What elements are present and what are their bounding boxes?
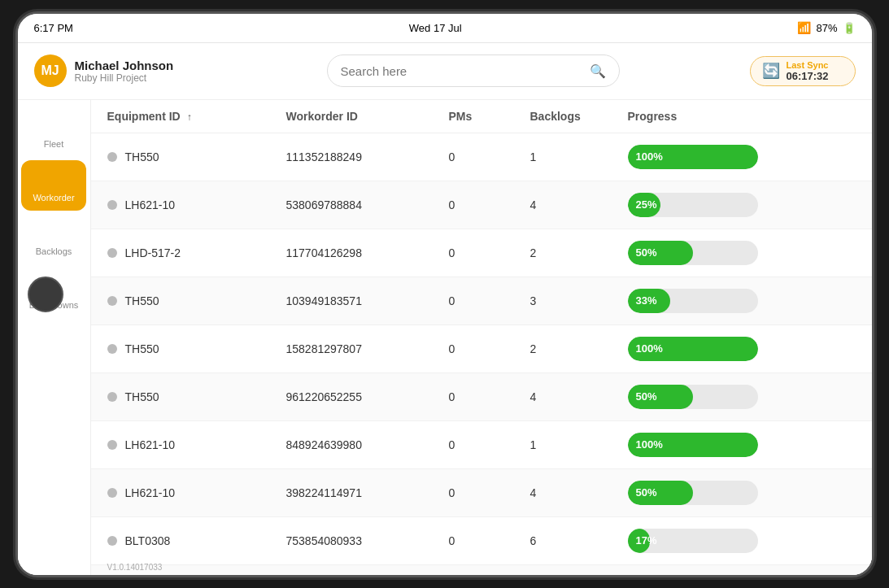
workorder-id-cell: 111352188249: [286, 150, 449, 163]
search-input[interactable]: [341, 64, 590, 78]
equipment-cell: TH550: [107, 342, 286, 355]
progress-label: 100%: [636, 438, 663, 451]
table-row[interactable]: TH550 961220652255 0 4 50%: [91, 373, 872, 421]
col-pms[interactable]: PMs: [449, 110, 530, 123]
progress-bar: 33%: [628, 289, 758, 313]
backlogs-cell: 3: [530, 294, 628, 307]
backlogs-cell: 4: [530, 486, 628, 499]
progress-label: 50%: [636, 486, 657, 499]
progress-cell: 100%: [628, 433, 856, 457]
battery-level: 87%: [816, 22, 837, 34]
content-area: Equipment ID ↑ Workorder ID PMs Backlogs…: [91, 100, 872, 575]
col-equipment-id[interactable]: Equipment ID ↑: [107, 110, 286, 123]
sidebar: Fleet Workorder: [18, 100, 91, 575]
backlogs-cell: 4: [530, 390, 628, 403]
equipment-id: TH550: [125, 342, 159, 355]
user-info: MJ Michael Johnson Ruby Hill Project: [34, 54, 197, 87]
pms-cell: 0: [449, 246, 530, 259]
table-row[interactable]: BLT0308 753854080933 0 6 17%: [91, 517, 872, 565]
pms-cell: 0: [449, 150, 530, 163]
workorder-id-cell: 117704126298: [286, 246, 449, 259]
table-row[interactable]: TH550 111352188249 0 1 100%: [91, 133, 872, 181]
progress-label: 33%: [636, 294, 657, 307]
sidebar-item-backlogs[interactable]: Backlogs: [21, 214, 86, 264]
sidebar-item-fleet[interactable]: Fleet: [21, 107, 86, 157]
workorder-id-cell: 538069788884: [286, 198, 449, 211]
backlogs-cell: 2: [530, 342, 628, 355]
workorder-id-cell: 961220652255: [286, 390, 449, 403]
progress-cell: 100%: [628, 337, 856, 361]
main-area: Fleet Workorder: [18, 100, 872, 575]
status-date: Wed 17 Jul: [409, 22, 462, 34]
device-frame: 6:17 PM Wed 17 Jul 📶 87% 🔋 MJ Michael Jo…: [18, 14, 872, 575]
search-icon: 🔍: [590, 63, 606, 79]
col-workorder-id[interactable]: Workorder ID: [286, 110, 449, 123]
pms-cell: 0: [449, 486, 530, 499]
equipment-id: LH621-10: [125, 198, 176, 211]
table-row[interactable]: LHD-517-2 117704126298 0 2 50%: [91, 229, 872, 277]
table-body: TH550 111352188249 0 1 100% LH621-10 538…: [91, 133, 872, 565]
progress-fill: 25%: [628, 193, 660, 217]
status-dot: [107, 296, 117, 306]
progress-bar: 50%: [628, 481, 758, 505]
backlogs-cell: 1: [530, 438, 628, 451]
equipment-cell: LHD-517-2: [107, 246, 286, 259]
pms-cell: 0: [449, 294, 530, 307]
progress-cell: 50%: [628, 481, 856, 505]
progress-fill: 33%: [628, 289, 671, 313]
table-row[interactable]: LH621-10 848924639980 0 1 100%: [91, 421, 872, 469]
progress-bar: 100%: [628, 145, 758, 169]
sort-arrow: ↑: [187, 111, 192, 123]
progress-fill: 100%: [628, 337, 758, 361]
equipment-id: BLT0308: [125, 534, 171, 547]
col-progress[interactable]: Progress: [628, 110, 856, 123]
status-right: 📶 87% 🔋: [797, 21, 855, 34]
sync-badge: 🔄 Last Sync 06:17:32: [750, 56, 856, 86]
sync-time: 06:17:32: [787, 70, 829, 82]
table-row[interactable]: TH550 103949183571 0 3 33%: [91, 277, 872, 325]
table-row[interactable]: TH550 158281297807 0 2 100%: [91, 325, 872, 373]
pms-cell: 0: [449, 438, 530, 451]
app-container: MJ Michael Johnson Ruby Hill Project 🔍 🔄…: [18, 43, 872, 575]
progress-cell: 50%: [628, 241, 856, 265]
sync-label: Last Sync: [787, 60, 829, 70]
status-dot: [107, 440, 117, 450]
pms-cell: 0: [449, 342, 530, 355]
equipment-id: LH621-10: [125, 486, 176, 499]
workorder-id-cell: 848924639980: [286, 438, 449, 451]
home-button[interactable]: [28, 277, 63, 312]
progress-fill: 100%: [628, 433, 758, 457]
avatar-initials: MJ: [41, 63, 59, 78]
progress-bar: 25%: [628, 193, 758, 217]
status-dot: [107, 248, 117, 258]
progress-bar: 50%: [628, 385, 758, 409]
table-header: Equipment ID ↑ Workorder ID PMs Backlogs…: [91, 100, 872, 133]
search-bar[interactable]: 🔍: [327, 54, 620, 87]
equipment-cell: LH621-10: [107, 486, 286, 499]
pms-cell: 0: [449, 198, 530, 211]
equipment-id: LHD-517-2: [125, 246, 181, 259]
progress-label: 100%: [636, 150, 663, 163]
equipment-cell: TH550: [107, 294, 286, 307]
sidebar-backlogs-label: Backlogs: [36, 246, 72, 256]
sidebar-item-workorder[interactable]: Workorder: [21, 160, 86, 211]
backlogs-cell: 4: [530, 198, 628, 211]
progress-cell: 100%: [628, 145, 856, 169]
avatar: MJ: [34, 54, 67, 87]
progress-label: 100%: [636, 342, 663, 355]
progress-bar: 100%: [628, 433, 758, 457]
col-backlogs[interactable]: Backlogs: [530, 110, 628, 123]
equipment-id: TH550: [125, 150, 159, 163]
user-name: Michael Johnson: [75, 59, 174, 72]
progress-fill: 100%: [628, 145, 758, 169]
equipment-id: TH550: [125, 390, 159, 403]
status-bar: 6:17 PM Wed 17 Jul 📶 87% 🔋: [18, 14, 872, 43]
progress-label: 25%: [636, 198, 657, 211]
table-row[interactable]: LH621-10 538069788884 0 4 25%: [91, 181, 872, 229]
progress-label: 50%: [636, 246, 657, 259]
status-dot: [107, 200, 117, 210]
progress-cell: 17%: [628, 529, 856, 553]
table-row[interactable]: LH621-10 398224114971 0 4 50%: [91, 469, 872, 517]
status-dot: [107, 392, 117, 402]
equipment-cell: TH550: [107, 390, 286, 403]
